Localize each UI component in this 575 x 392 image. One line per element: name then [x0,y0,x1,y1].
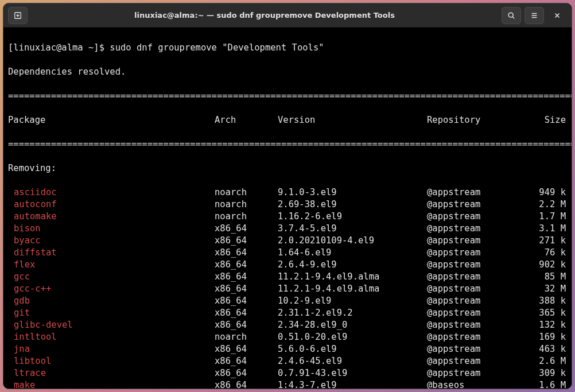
pkg-repo: @appstream [427,187,513,199]
table-row: makex86_641:4.3-7.el9@baseos1.6 M [8,379,567,389]
pkg-size: 2.2 M [513,199,567,211]
pkg-repo: @appstream [427,307,513,319]
pkg-repo: @appstream [427,343,513,355]
pkg-size: 463 k [513,343,567,355]
svg-line-4 [512,17,514,18]
pkg-arch: noarch [215,187,278,199]
search-button[interactable] [502,7,521,24]
pkg-repo: @appstream [427,247,513,259]
pkg-name: jna [8,343,215,355]
close-button[interactable] [547,7,567,24]
pkg-name: intltool [8,331,215,343]
window-title: linuxiac@alma:~ — sudo dnf groupremove D… [28,11,502,20]
pkg-size: 2.6 M [513,355,567,367]
table-row: libtoolx86_642.4.6-45.el9@appstream2.6 M [8,355,567,367]
pkg-size: 76 k [513,247,567,259]
pkg-repo: @appstream [427,319,513,331]
separator: ========================================… [8,90,567,102]
pkg-name: gcc [8,271,215,283]
table-row: flexx86_642.6.4-9.el9@appstream902 k [8,259,567,271]
pkg-arch: x86_64 [215,235,278,247]
pkg-version: 1:4.3-7.el9 [278,379,427,389]
pkg-version: 0.7.91-43.el9 [278,367,427,379]
deps-line: Dependencies resolved. [8,66,567,78]
pkg-name: automake [8,211,215,223]
titlebar: linuxiac@alma:~ — sudo dnf groupremove D… [3,3,572,28]
removing-section: Removing: [8,162,567,174]
pkg-arch: x86_64 [215,295,278,307]
menu-button[interactable] [525,7,544,24]
table-row: diffstatx86_641.64-6.el9@appstream76 k [8,247,567,259]
pkg-size: 902 k [513,259,567,271]
pkg-size: 1.6 M [513,379,567,389]
pkg-size: 132 k [513,319,567,331]
pkg-version: 3.7.4-5.el9 [278,223,427,235]
table-row: bisonx86_643.7.4-5.el9@appstream3.1 M [8,223,567,235]
col-arch: Arch [215,114,278,126]
pkg-name: bison [8,223,215,235]
table-header: PackageArchVersionRepositorySize [8,114,567,126]
pkg-size: 388 k [513,295,567,307]
pkg-name: diffstat [8,247,215,259]
table-row: ltracex86_640.7.91-43.el9@appstream309 k [8,367,567,379]
table-row: autoconfnoarch2.69-38.el9@appstream2.2 M [8,199,567,211]
separator: ========================================… [8,138,567,150]
pkg-version: 5.6.0-6.el9 [278,343,427,355]
pkg-repo: @appstream [427,355,513,367]
pkg-arch: x86_64 [215,283,278,295]
pkg-version: 2.6.4-9.el9 [278,259,427,271]
pkg-repo: @appstream [427,235,513,247]
col-size: Size [513,114,567,126]
new-tab-button[interactable] [8,7,28,24]
pkg-version: 10.2-9.el9 [278,295,427,307]
pkg-repo: @appstream [427,331,513,343]
terminal-content[interactable]: [linuxiac@alma ~]$ sudo dnf groupremove … [3,28,572,389]
pkg-size: 271 k [513,235,567,247]
pkg-repo: @appstream [427,259,513,271]
pkg-size: 85 M [513,271,567,283]
pkg-arch: x86_64 [215,367,278,379]
pkg-name: flex [8,259,215,271]
table-row: gdbx86_6410.2-9.el9@appstream388 k [8,295,567,307]
pkg-name: gdb [8,295,215,307]
table-row: byaccx86_642.0.20210109-4.el9@appstream2… [8,235,567,247]
pkg-name: byacc [8,235,215,247]
pkg-arch: x86_64 [215,379,278,389]
pkg-repo: @appstream [427,367,513,379]
pkg-repo: @baseos [427,379,513,389]
pkg-arch: x86_64 [215,355,278,367]
pkg-size: 365 k [513,307,567,319]
pkg-arch: x86_64 [215,247,278,259]
pkg-repo: @appstream [427,199,513,211]
pkg-version: 2.0.20210109-4.el9 [278,235,427,247]
table-row: jnax86_645.6.0-6.el9@appstream463 k [8,343,567,355]
pkg-version: 2.4.6-45.el9 [278,355,427,367]
pkg-version: 9.1.0-3.el9 [278,187,427,199]
table-row: gcc-c++x86_6411.2.1-9.4.el9.alma@appstre… [8,283,567,295]
pkg-repo: @appstream [427,211,513,223]
pkg-version: 2.31.1-2.el9.2 [278,307,427,319]
pkg-version: 1.64-6.el9 [278,247,427,259]
pkg-arch: x86_64 [215,343,278,355]
pkg-version: 2.69-38.el9 [278,199,427,211]
col-version: Version [278,114,427,126]
col-package: Package [8,114,215,126]
pkg-size: 1.7 M [513,211,567,223]
pkg-arch: x86_64 [215,319,278,331]
pkg-repo: @appstream [427,271,513,283]
terminal-window: linuxiac@alma:~ — sudo dnf groupremove D… [3,3,572,389]
pkg-name: ltrace [8,367,215,379]
col-repo: Repository [427,114,513,126]
pkg-arch: x86_64 [215,223,278,235]
pkg-size: 949 k [513,187,567,199]
pkg-version: 2.34-28.el9_0 [278,319,427,331]
pkg-repo: @appstream [427,283,513,295]
pkg-arch: x86_64 [215,271,278,283]
pkg-arch: noarch [215,211,278,223]
pkg-name: asciidoc [8,187,215,199]
table-row: automakenoarch1.16.2-6.el9@appstream1.7 … [8,211,567,223]
pkg-size: 169 k [513,331,567,343]
table-row: glibc-develx86_642.34-28.el9_0@appstream… [8,319,567,331]
pkg-version: 11.2.1-9.4.el9.alma [278,283,427,295]
pkg-name: gcc-c++ [8,283,215,295]
